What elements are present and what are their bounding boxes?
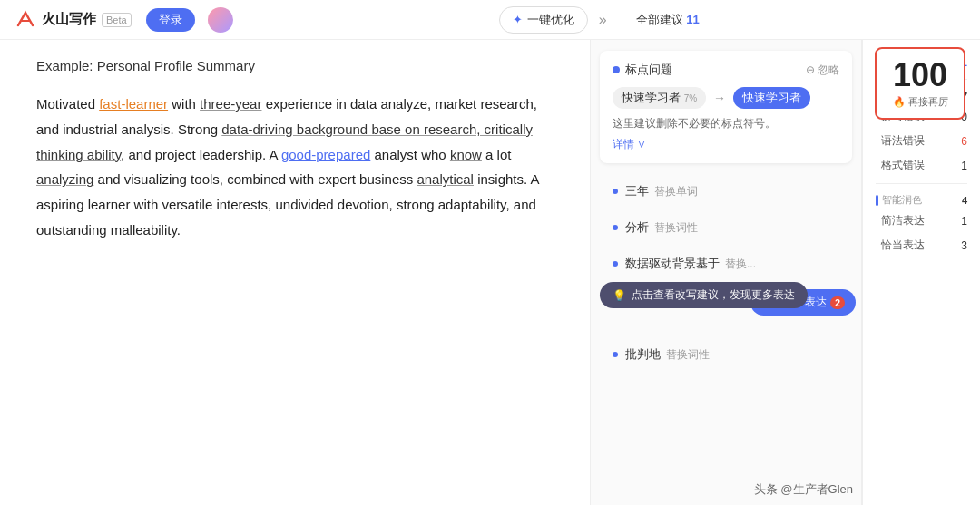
word-suggested: 快速学习者: [733, 87, 810, 109]
underline-three-year: three-year: [200, 96, 261, 112]
score-box: 100 🔥 再接再厉: [875, 47, 965, 120]
ignore-button[interactable]: ⊖ 忽略: [806, 63, 839, 78]
item-count: 6: [961, 135, 967, 148]
tooltip-popup: 💡 点击查看改写建议，发现更多表达: [600, 282, 808, 308]
item-dot: [612, 352, 618, 357]
suggestion-card-punctuation: 标点问题 ⊖ 忽略 快速学习者 7% → 快速学习者 这里建议删除不必要的标点符…: [600, 51, 852, 163]
word-original: 快速学习者 7%: [612, 87, 706, 109]
header-center: ✦ 一键优化 » 全部建议 11: [233, 6, 965, 34]
sidebar-item-qiadang[interactable]: 恰当表达 3: [870, 233, 973, 257]
word-comparison: 快速学习者 7% → 快速学习者: [612, 87, 839, 109]
suggestion-item-fenxi[interactable]: 分析 替换词性: [600, 210, 852, 245]
item-sub: 替换单词: [654, 184, 698, 199]
star-icon: ✦: [513, 13, 523, 26]
login-button[interactable]: 登录: [146, 8, 195, 32]
tooltip-text: 点击查看改写建议，发现更多表达: [632, 287, 795, 303]
suggestions-header: 全部建议 11: [636, 12, 700, 28]
suggestion-tag: 标点问题: [612, 62, 672, 78]
item-label: 格式错误: [881, 158, 925, 173]
sidebar-item-geshi[interactable]: 格式错误 1: [870, 153, 973, 178]
logo-text: 火山写作: [42, 11, 96, 28]
group-label-runse: 智能润色 4: [870, 189, 973, 209]
logo-area: 火山写作 Beta 登录: [15, 7, 233, 33]
suggestion-card-header: 标点问题 ⊖ 忽略: [612, 62, 839, 78]
optimize-label: 一键优化: [527, 12, 574, 28]
more-button[interactable]: »: [595, 8, 611, 32]
item-label: 语法错误: [881, 133, 925, 149]
watermark: 头条 @生产者Glen: [754, 481, 853, 498]
editor-area[interactable]: Example: Personal Profile Summary Motiva…: [0, 40, 590, 505]
item-sub: 替换词性: [666, 347, 710, 363]
suggestion-detail[interactable]: 详情 ∨: [612, 137, 839, 152]
suggestion-item-data-driven[interactable]: 数据驱动背景基于 替换...: [600, 247, 852, 281]
highlight-fast-learner: fast-learner: [99, 96, 168, 112]
optimize-button[interactable]: ✦ 一键优化: [499, 6, 588, 34]
sidebar-item-jianjie[interactable]: 简洁表达 1: [870, 209, 973, 233]
suggestions-count: 11: [686, 13, 699, 26]
item-label: 分析: [625, 219, 649, 236]
item-sub: 替换词性: [654, 220, 698, 236]
highlight-good-prepared: good-prepared: [281, 147, 370, 162]
suggestion-item-sannian[interactable]: 三年 替换单词: [600, 174, 852, 209]
discover-badge: 2: [830, 296, 845, 309]
logo-icon: [15, 9, 36, 31]
group-bar-2: [876, 195, 878, 206]
suggestion-item-pipandi[interactable]: 批判地 替换词性: [600, 337, 852, 372]
beta-badge: Beta: [102, 13, 132, 27]
score-number: 100: [893, 59, 947, 92]
item-dot: [612, 189, 618, 194]
header: 火山写作 Beta 登录 ✦ 一键优化 » 全部建议 11: [0, 0, 980, 40]
item-dot: [612, 225, 618, 230]
bulb-icon: 💡: [612, 289, 626, 302]
item-label: 恰当表达: [881, 238, 925, 253]
item-label: 三年: [625, 183, 649, 199]
item-count: 3: [961, 239, 967, 252]
item-label: 数据驱动背景基于: [625, 256, 720, 272]
fire-icon: 🔥: [893, 96, 906, 108]
score-label: 🔥 再接再厉: [893, 95, 948, 109]
item-dot: [612, 261, 618, 267]
sidebar-divider-2: [876, 183, 967, 184]
underline-know: know: [450, 147, 482, 162]
arrow-icon: →: [713, 91, 726, 105]
item-count: 1: [961, 215, 967, 228]
underline-analytical: analytical: [416, 171, 474, 187]
suggestions-panel: 标点问题 ⊖ 忽略 快速学习者 7% → 快速学习者 这里建议删除不必要的标点符…: [590, 40, 862, 505]
doc-title: Example: Personal Profile Summary: [36, 58, 563, 73]
underline-analyzing: analyzing: [36, 171, 93, 187]
item-label: 批判地: [625, 346, 661, 363]
item-label: 简洁表达: [881, 213, 925, 228]
item-sub: 替换...: [725, 257, 756, 272]
avatar-button[interactable]: [208, 7, 233, 33]
item-count: 1: [961, 160, 967, 172]
suggestion-dot: [612, 66, 620, 73]
suggestion-desc: 这里建议删除不必要的标点符号。: [612, 116, 839, 131]
ignore-icon: ⊖: [806, 63, 815, 76]
doc-content[interactable]: Motivated fast-learner with three-year e…: [36, 92, 563, 243]
main-layout: Example: Personal Profile Summary Motiva…: [0, 40, 980, 505]
sidebar-item-yufa[interactable]: 语法错误 6: [870, 129, 973, 153]
